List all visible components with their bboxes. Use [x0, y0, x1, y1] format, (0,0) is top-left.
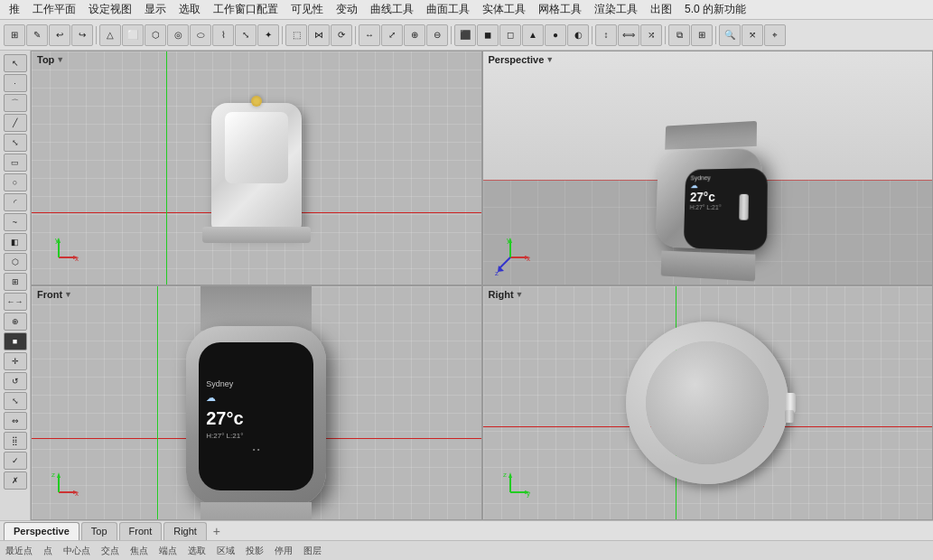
toolbar-btn-28[interactable]: ⤮	[640, 24, 662, 46]
menu-item-push[interactable]: 推	[4, 1, 25, 18]
menu-item-solid[interactable]: 实体工具	[477, 1, 531, 18]
sidebar-btn-move[interactable]: ✛	[4, 352, 27, 370]
menu-item-newfeatures[interactable]: 5.0 的新功能	[679, 1, 751, 18]
toolbar-btn-16[interactable]: ↔	[359, 24, 380, 46]
tab-right[interactable]: Right	[163, 522, 207, 540]
tab-front[interactable]: Front	[119, 522, 163, 540]
toolbar-btn-25[interactable]: ◐	[567, 24, 589, 46]
sidebar-btn-rect[interactable]: ▭	[4, 154, 27, 172]
toolbar-btn-26[interactable]: ↕	[595, 24, 617, 46]
sidebar-btn-array[interactable]: ⣿	[4, 432, 27, 450]
sidebar-btn-freeform[interactable]: ~	[4, 213, 27, 231]
sidebar-btn-surface[interactable]: ◧	[4, 233, 27, 251]
model-top-container	[32, 51, 481, 285]
menu-item-render[interactable]: 渲染工具	[589, 1, 643, 18]
sidebar-btn-point[interactable]: ·	[4, 74, 27, 92]
status-project[interactable]: 投影	[246, 545, 264, 557]
toolbar-btn-14[interactable]: ⋈	[308, 24, 330, 46]
sidebar-btn-solid[interactable]: ⬡	[4, 253, 27, 271]
toolbar-btn-18[interactable]: ⊕	[404, 24, 425, 46]
toolbar-btn-31[interactable]: 🔍	[719, 24, 741, 46]
toolbar-btn-20[interactable]: ⬛	[454, 24, 476, 46]
svg-marker-24	[508, 472, 512, 478]
status-nearest[interactable]: 最近点	[5, 545, 33, 557]
status-endpoint[interactable]: 端点	[159, 545, 177, 557]
sidebar-btn-arc[interactable]: ◜	[4, 193, 27, 211]
menubar: 推 工作平面 设定视图 显示 选取 工作窗口配置 可见性 变动 曲线工具 曲面工…	[0, 0, 933, 20]
toolbar-btn-23[interactable]: ▲	[522, 24, 544, 46]
sidebar: ↖ · ⌒ ╱ ⤡ ▭ ○ ◜ ~ ◧ ⬡ ⊞ ←→ ⊕ ■ ✛ ↺ ⤡ ⇔ ⣿…	[0, 51, 31, 520]
toolbar-btn-12[interactable]: ✦	[257, 24, 279, 46]
status-disable[interactable]: 停用	[275, 545, 293, 557]
sidebar-btn-check[interactable]: ✓	[4, 452, 27, 470]
sidebar-btn-select[interactable]: ↖	[4, 54, 27, 72]
sidebar-btn-mesh[interactable]: ⊞	[4, 273, 27, 291]
toolbar-btn-11[interactable]: ⤡	[235, 24, 257, 46]
status-intersect[interactable]: 交点	[101, 545, 119, 557]
menu-item-select[interactable]: 选取	[173, 1, 206, 18]
viewport-right[interactable]: Right ▼ y z	[482, 285, 934, 520]
status-center[interactable]: 中心点	[63, 545, 90, 557]
sidebar-btn-rotate[interactable]: ↺	[4, 372, 27, 390]
toolbar-btn-30[interactable]: ⊞	[691, 24, 713, 46]
menu-item-workplane[interactable]: 工作平面	[27, 1, 81, 18]
toolbar-btn-24[interactable]: ●	[545, 24, 566, 46]
tab-add-button[interactable]: +	[209, 523, 225, 539]
toolbar-btn-2[interactable]: ✎	[26, 24, 48, 46]
viewport-top[interactable]: Top ▼ x y	[31, 51, 482, 285]
model-front-screen: Sydney ☁ 27°c H:27° L:21° • •	[199, 342, 313, 490]
toolbar-btn-22[interactable]: ◻	[499, 24, 521, 46]
menu-item-viewport[interactable]: 工作窗口配置	[208, 1, 284, 18]
sidebar-btn-curve[interactable]: ⌒	[4, 94, 27, 112]
toolbar-sep-7	[715, 26, 716, 44]
status-focus[interactable]: 焦点	[130, 545, 148, 557]
toolbar-btn-10[interactable]: ⌇	[212, 24, 234, 46]
toolbar-btn-9[interactable]: ⬭	[190, 24, 211, 46]
main-area: ↖ · ⌒ ╱ ⤡ ▭ ○ ◜ ~ ◧ ⬡ ⊞ ←→ ⊕ ■ ✛ ↺ ⤡ ⇔ ⣿…	[0, 51, 933, 520]
viewport-front[interactable]: Front ▼ Sydney ☁ 27°c H:27° L:21°	[31, 285, 482, 520]
sidebar-btn-snap[interactable]: ⊕	[4, 313, 27, 331]
viewport-perspective[interactable]: Perspective ▼ Sydney ☁ 27°c H:27° L:21°	[482, 51, 934, 285]
sidebar-btn-line[interactable]: ╱	[4, 114, 27, 132]
sidebar-btn-dim[interactable]: ←→	[4, 293, 27, 311]
status-area[interactable]: 区域	[217, 545, 235, 557]
toolbar-btn-21[interactable]: ◼	[477, 24, 499, 46]
toolbar-btn-32[interactable]: ⤧	[742, 24, 763, 46]
menu-item-surface[interactable]: 曲面工具	[421, 1, 475, 18]
menu-item-layout[interactable]: 出图	[645, 1, 677, 18]
menu-item-mesh[interactable]: 网格工具	[533, 1, 587, 18]
toolbar-btn-17[interactable]: ⤢	[381, 24, 403, 46]
menu-item-visibility[interactable]: 可见性	[285, 1, 329, 18]
toolbar-btn-29[interactable]: ⧉	[668, 24, 690, 46]
sidebar-btn-circle[interactable]: ○	[4, 173, 27, 191]
menu-item-setview[interactable]: 设定视图	[83, 1, 137, 18]
toolbar-btn-5[interactable]: △	[99, 24, 121, 46]
toolbar-btn-3[interactable]: ↩	[49, 24, 70, 46]
status-select[interactable]: 选取	[188, 545, 206, 557]
status-layer[interactable]: 图层	[303, 545, 322, 557]
toolbar-btn-33[interactable]: ⌖	[764, 24, 786, 46]
sidebar-btn-scale[interactable]: ⤡	[4, 392, 27, 410]
svg-text:x: x	[75, 255, 79, 263]
menu-item-display[interactable]: 显示	[139, 1, 172, 18]
toolbar-btn-7[interactable]: ⬡	[145, 24, 166, 46]
tab-perspective[interactable]: Perspective	[4, 522, 79, 540]
toolbar-btn-19[interactable]: ⊖	[426, 24, 448, 46]
toolbar-btn-6[interactable]: ⬜	[122, 24, 144, 46]
sidebar-btn-mirror[interactable]: ⇔	[4, 412, 27, 430]
sidebar-btn-color[interactable]: ■	[4, 332, 27, 350]
toolbar-btn-27[interactable]: ⟺	[618, 24, 639, 46]
menu-item-curve[interactable]: 曲线工具	[365, 1, 419, 18]
status-point[interactable]: 点	[43, 545, 52, 557]
toolbar-btn-13[interactable]: ⬚	[285, 24, 307, 46]
tab-top[interactable]: Top	[81, 522, 117, 540]
toolbar-btn-1[interactable]: ⊞	[4, 24, 25, 46]
toolbar-sep-5	[592, 26, 592, 44]
toolbar-btn-4[interactable]: ↪	[71, 24, 93, 46]
toolbar-sep-3	[355, 26, 356, 44]
sidebar-btn-polyline[interactable]: ⤡	[4, 134, 27, 152]
sidebar-btn-toggle[interactable]: ✗	[4, 471, 27, 490]
menu-item-transform[interactable]: 变动	[331, 1, 363, 18]
toolbar-btn-8[interactable]: ◎	[167, 24, 189, 46]
toolbar-btn-15[interactable]: ⟳	[331, 24, 352, 46]
